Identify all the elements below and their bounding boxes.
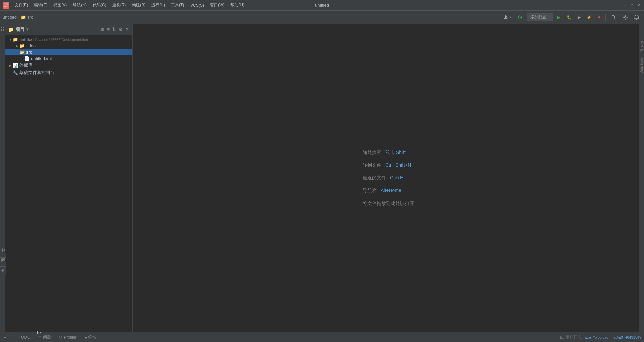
tree-item-external[interactable]: ▶ 📊 外部库 (5, 62, 132, 69)
project-icon[interactable] (1, 27, 5, 31)
hint-label-recent: 最近的文件 (363, 175, 386, 181)
svg-line-6 (614, 18, 616, 19)
breadcrumb-folder[interactable]: 📁 src (21, 15, 33, 20)
problems-label: 问题 (43, 334, 51, 340)
locate-icon[interactable]: ⊕ (100, 26, 105, 33)
run-button[interactable]: ▶ (555, 14, 562, 21)
hint-row-search: 随处搜索 双击 Shift (363, 150, 414, 156)
maximize-button[interactable]: □ (629, 3, 635, 8)
hint-label-nav: 导航栏 (363, 188, 377, 194)
tree-item-scratch[interactable]: 🔧 草稿文件和控制台 (5, 69, 132, 76)
tree-item-src[interactable]: 📂 src (5, 49, 132, 55)
svg-rect-11 (3, 29, 4, 31)
sort-icon[interactable]: ⇅ (112, 26, 117, 33)
search-everywhere-button[interactable] (609, 13, 619, 21)
menu-vcs[interactable]: VCS(S) (187, 2, 207, 9)
panel-dropdown-icon[interactable]: ▾ (26, 27, 29, 32)
panel-header-icons: ⊕ ≡ ⇅ ⚙ ✕ (100, 26, 130, 33)
panel-settings-icon[interactable]: ⚙ (118, 26, 123, 33)
svg-point-5 (612, 15, 615, 18)
hint-shortcut-recent[interactable]: Ctrl+E (390, 175, 403, 180)
menu-navigate[interactable]: 导航(N) (70, 1, 89, 9)
hint-shortcut-goto[interactable]: Ctrl+Shift+N (385, 162, 411, 168)
main-area: 📁 项目 ▾ ⊕ ≡ ⇅ ⚙ ✕ ▾ 📁 untitled C:\Users\1… (0, 24, 644, 332)
csdn-link[interactable]: https://blog.csdn.net/m0_46491549 (584, 335, 641, 339)
menu-tools[interactable]: 工具(T) (168, 1, 187, 9)
menu-build[interactable]: 构建(B) (129, 1, 148, 9)
ext-icon: 📊 (13, 63, 18, 68)
star-icon-label[interactable] (0, 267, 6, 275)
far-right-sidebar: Gradle Data Tools (639, 24, 644, 332)
svg-point-7 (625, 16, 626, 18)
coverage-button[interactable]: ▶ (576, 14, 583, 21)
toolbar: untitled › 📁 src ▾ 添加配置... ▶ 🐛 ▶ ⚡ ■ (0, 11, 644, 24)
profile-button[interactable]: ⚡ (585, 14, 594, 21)
app-icon (3, 2, 9, 9)
gradle-label[interactable]: Gradle (640, 41, 643, 51)
hint-shortcut-nav[interactable]: Alt+Home (381, 188, 401, 193)
menu-help[interactable]: 帮助(H) (228, 1, 247, 9)
ext-arrow: ▶ (8, 64, 13, 67)
hint-row-recent: 最近的文件 Ctrl+E (363, 175, 414, 181)
favorites-label[interactable]: 收藏 (0, 262, 6, 267)
tree-item-idea[interactable]: ▶ 📁 .idea (5, 43, 132, 49)
event-log-label: 事件日志 (566, 334, 582, 340)
data-tools-label[interactable]: Data Tools (640, 58, 643, 73)
update-button[interactable] (515, 13, 525, 21)
scratch-icon: 🔧 (13, 70, 18, 75)
settings-button[interactable] (621, 13, 630, 21)
todo-label: TODO (19, 335, 30, 340)
editor-area: 随处搜索 双击 Shift 转到文件 Ctrl+Shift+N 最近的文件 Ct… (133, 24, 644, 332)
scratch-label: 草稿文件和控制台 (19, 70, 54, 76)
add-config-button[interactable]: 添加配置... (527, 13, 553, 21)
svg-point-4 (505, 15, 507, 17)
hint-label-drop: 将文件拖放到此处以打开 (363, 201, 414, 207)
svg-rect-2 (4, 6, 6, 7)
menu-code[interactable]: 代码(C) (90, 1, 109, 9)
idea-name: .idea (26, 43, 36, 48)
tab-todo[interactable]: ☰ TODO (11, 334, 33, 341)
bottom-right: 事件日志 https://blog.csdn.net/m0_46491549 (560, 334, 641, 340)
profiler-icon: ◎ (59, 335, 62, 339)
close-button[interactable]: ✕ (636, 3, 641, 8)
structure-label[interactable]: 结构 (0, 253, 6, 258)
menu-refactor[interactable]: 重构(R) (110, 1, 129, 9)
menu-run[interactable]: 运行(U) (149, 1, 168, 9)
bookmark-icon[interactable] (0, 258, 5, 262)
minimize-button[interactable]: ─ (623, 3, 628, 8)
breadcrumb: untitled › 📁 src (3, 15, 33, 20)
tree-item-iml[interactable]: 📄 untitled.iml (5, 55, 132, 62)
profiler-label: Profiler (64, 335, 76, 340)
collapse-all-icon[interactable]: ≡ (106, 26, 110, 33)
hint-shortcut-search[interactable]: 双击 Shift (385, 150, 406, 156)
breadcrumb-project[interactable]: untitled (3, 15, 17, 20)
idea-arrow: ▶ (15, 44, 19, 48)
tab-profiler[interactable]: ◎ Profiler (56, 334, 79, 341)
toolbar-right: ▾ 添加配置... ▶ 🐛 ▶ ⚡ ■ (501, 13, 641, 21)
notifications-button[interactable] (632, 13, 641, 21)
svg-rect-9 (3, 27, 4, 28)
tab-terminal[interactable]: ■ 终端 (82, 333, 99, 341)
panel-header: 📁 项目 ▾ ⊕ ≡ ⇅ ⚙ ✕ (5, 24, 132, 35)
hint-label-goto: 转到文件 (363, 162, 381, 168)
left-panel-toggle[interactable]: ≡ (3, 335, 7, 340)
terminal-label: 终端 (88, 334, 96, 340)
ie-indicator: Ie (37, 330, 41, 335)
svg-rect-1 (6, 3, 8, 5)
hint-label-search: 随处搜索 (363, 150, 381, 156)
event-log[interactable]: 事件日志 (560, 334, 582, 340)
svg-rect-12 (560, 336, 564, 339)
menu-file[interactable]: 文件(F) (12, 1, 31, 9)
menu-window[interactable]: 窗口(W) (207, 1, 227, 9)
debug-button[interactable]: 🐛 (565, 14, 574, 21)
panel-close-icon[interactable]: ✕ (125, 26, 130, 33)
user-button[interactable]: ▾ (501, 13, 513, 21)
menu-edit[interactable]: 编辑(E) (31, 1, 50, 9)
tree-item-root[interactable]: ▾ 📁 untitled C:\Users\16565\Desktop\unti… (5, 36, 132, 43)
todo-icon: ☰ (14, 335, 17, 339)
stop-button[interactable]: ■ (596, 14, 602, 21)
menu-view[interactable]: 视图(V) (51, 1, 69, 9)
window-controls: ─ □ ✕ (623, 3, 641, 8)
idea-folder-icon: 📁 (19, 43, 25, 48)
folder-icon-small: 📁 (21, 15, 28, 20)
